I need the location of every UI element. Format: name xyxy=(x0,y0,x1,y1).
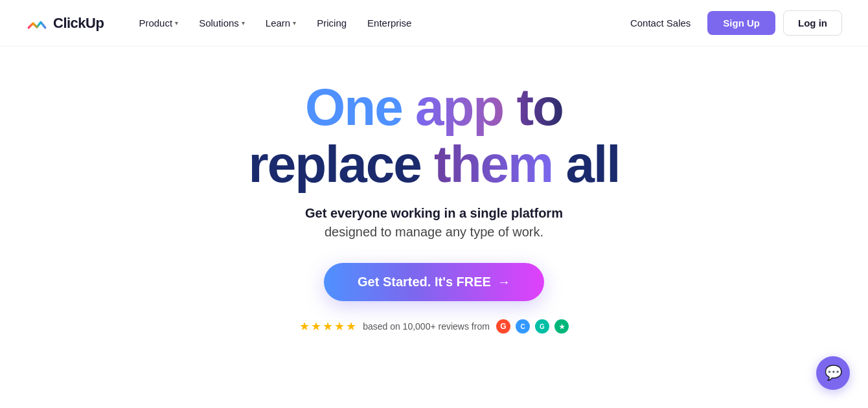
login-button[interactable]: Log in xyxy=(783,10,842,36)
get-started-button[interactable]: Get Started. It's FREE → xyxy=(324,263,544,301)
star-5: ★ xyxy=(346,319,356,334)
star-2: ★ xyxy=(311,319,321,334)
chat-bubble-button[interactable]: 💬 xyxy=(816,356,850,390)
signup-button[interactable]: Sign Up xyxy=(707,11,775,35)
svg-text:G: G xyxy=(540,323,545,330)
g2-logo: G xyxy=(496,319,510,334)
navbar: ClickUp Product ▾ Solutions ▾ Learn ▾ Pr… xyxy=(0,0,868,47)
hero-title-word-to: to xyxy=(516,78,563,136)
nav-item-learn[interactable]: Learn ▾ xyxy=(257,12,305,34)
svg-text:G: G xyxy=(500,322,506,331)
hero-title-word-replace: replace xyxy=(249,135,421,193)
hero-title-word-all: all xyxy=(565,135,619,193)
capterra-logo: C xyxy=(516,319,530,334)
hero-subtitle-secondary: designed to manage any type of work. xyxy=(325,225,543,240)
svg-text:C: C xyxy=(520,323,525,330)
nav-item-solutions[interactable]: Solutions ▾ xyxy=(190,12,254,34)
review-logos: G C G ★ xyxy=(496,319,569,334)
chat-icon: 💬 xyxy=(825,365,842,381)
hero-title: One app to replace them all xyxy=(249,79,620,193)
hero-title-word-them: them xyxy=(434,135,553,193)
nav-right: Contact Sales Sign Up Log in xyxy=(621,10,842,36)
logo-link[interactable]: ClickUp xyxy=(26,12,104,34)
getapp-logo: G xyxy=(535,319,549,334)
trustpilot-logo: ★ xyxy=(554,319,569,334)
hero-subtitle: Get everyone working in a single platfor… xyxy=(305,206,563,221)
nav-item-enterprise[interactable]: Enterprise xyxy=(358,12,420,34)
reviews-text: based on 10,000+ reviews from xyxy=(363,321,490,332)
contact-sales-link[interactable]: Contact Sales xyxy=(621,12,700,34)
star-3: ★ xyxy=(323,319,333,334)
chevron-down-icon: ▾ xyxy=(293,19,296,27)
hero-section: One app to replace them all Get everyone… xyxy=(0,47,868,334)
logo-icon xyxy=(26,12,48,34)
chevron-down-icon: ▾ xyxy=(242,19,245,27)
logo-text: ClickUp xyxy=(53,15,104,32)
hero-title-word-one: One xyxy=(305,78,402,136)
hero-title-word-app: app xyxy=(415,78,503,136)
reviews-row: ★ ★ ★ ★ ★ based on 10,000+ reviews from … xyxy=(299,319,569,334)
nav-item-pricing[interactable]: Pricing xyxy=(308,12,356,34)
nav-links: Product ▾ Solutions ▾ Learn ▾ Pricing En… xyxy=(130,12,621,34)
chevron-down-icon: ▾ xyxy=(175,19,178,27)
star-rating: ★ ★ ★ ★ ★ xyxy=(299,319,356,334)
star-1: ★ xyxy=(299,319,310,334)
nav-item-product[interactable]: Product ▾ xyxy=(130,12,187,34)
svg-text:★: ★ xyxy=(558,323,565,330)
star-4: ★ xyxy=(334,319,345,334)
